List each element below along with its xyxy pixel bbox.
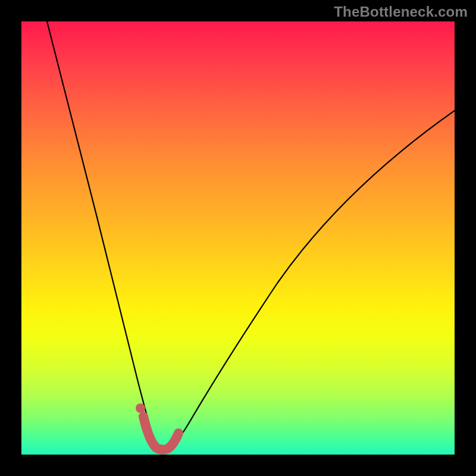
curve-svg [21, 21, 455, 455]
chart-stage: TheBottleneck.com [0, 0, 476, 476]
watermark-text: TheBottleneck.com [334, 4, 468, 20]
accent-start-dot [136, 403, 145, 413]
accent-segment [143, 416, 178, 450]
plot-area [21, 21, 455, 455]
bottleneck-curve [47, 21, 455, 450]
